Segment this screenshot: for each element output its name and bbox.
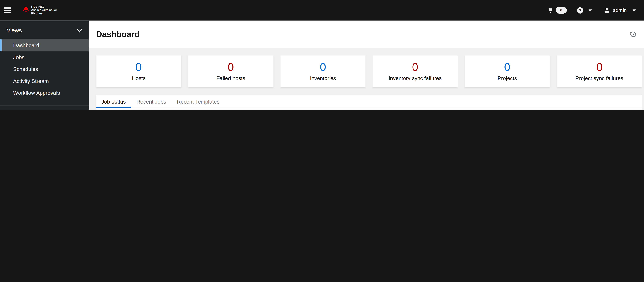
stat-label: Project sync failures	[576, 75, 623, 81]
page-header: Dashboard	[89, 20, 644, 48]
stat-cards-row: 0 Hosts 0 Failed hosts 0 Inventories 0 I…	[96, 55, 642, 87]
stat-label: Failed hosts	[216, 75, 245, 81]
bell-icon	[548, 7, 553, 13]
history-icon	[630, 31, 637, 38]
main-content: Dashboard 0 Hosts 0 Failed hosts	[89, 20, 644, 110]
stat-card-inventory-sync-failures[interactable]: 0 Inventory sync failures	[372, 55, 458, 87]
stat-value[interactable]: 0	[228, 61, 234, 73]
nav-toggle-button[interactable]	[4, 5, 14, 16]
stat-label: Projects	[498, 75, 517, 81]
stat-value[interactable]: 0	[596, 61, 602, 73]
stat-card-project-sync-failures[interactable]: 0 Project sync failures	[557, 55, 642, 87]
top-navbar: Red Hat Ansible Automation Platform 0 ?	[0, 0, 644, 20]
hamburger-icon	[4, 7, 11, 8]
stat-card-failed-hosts[interactable]: 0 Failed hosts	[188, 55, 273, 87]
brand-text: Red Hat Ansible Automation Platform	[31, 5, 58, 15]
caret-down-icon	[632, 9, 636, 11]
stat-label: Inventories	[310, 75, 336, 81]
ansible-automation-platform-app: Red Hat Ansible Automation Platform 0 ?	[0, 0, 644, 110]
product-name-line2: Platform	[31, 12, 58, 15]
notifications-button[interactable]: 0	[548, 7, 567, 13]
sidebar-section-views: Views Dashboard Jobs Schedules Activity …	[0, 20, 89, 106]
section-title: Views	[6, 27, 22, 34]
username-label: admin	[613, 7, 627, 13]
brand-logo[interactable]: Red Hat Ansible Automation Platform	[22, 5, 58, 15]
stat-label: Hosts	[132, 75, 146, 81]
tab-recent-templates[interactable]: Recent Templates	[172, 95, 225, 108]
help-menu-button[interactable]: ?	[577, 7, 592, 13]
sidebar-item-activity-stream[interactable]: Activity Stream	[0, 75, 89, 87]
notification-badge: 0	[556, 7, 567, 13]
brand-name: Red Hat	[31, 5, 58, 8]
stat-card-hosts[interactable]: 0 Hosts	[96, 55, 181, 87]
chevron-down-icon	[77, 27, 82, 32]
tab-recent-jobs[interactable]: Recent Jobs	[131, 95, 172, 108]
sidebar-section-resources: Resources Templates Credentials Projects…	[0, 106, 89, 110]
sidebar-item-schedules[interactable]: Schedules	[0, 63, 89, 75]
stat-card-inventories[interactable]: 0 Inventories	[280, 55, 366, 87]
history-button[interactable]	[630, 31, 637, 38]
caret-down-icon	[588, 9, 592, 11]
stat-value[interactable]: 0	[504, 61, 510, 73]
red-hat-fedora-icon	[22, 6, 29, 12]
sidebar-nav: Views Dashboard Jobs Schedules Activity …	[0, 20, 89, 110]
question-circle-icon: ?	[577, 7, 583, 13]
stat-value[interactable]: 0	[412, 61, 418, 73]
dashboard-content: 0 Hosts 0 Failed hosts 0 Inventories 0 I…	[89, 48, 644, 110]
sidebar-item-dashboard[interactable]: Dashboard	[0, 39, 89, 51]
user-menu-button[interactable]: admin	[604, 7, 636, 13]
sidebar-item-jobs[interactable]: Jobs	[0, 51, 89, 63]
user-icon	[604, 7, 610, 13]
panel-tabs: Job status Recent Jobs Recent Templates	[96, 95, 642, 108]
stat-label: Inventory sync failures	[388, 75, 442, 81]
stat-card-projects[interactable]: 0 Projects	[465, 55, 550, 87]
sidebar-item-workflow-approvals[interactable]: Workflow Approvals	[0, 87, 89, 99]
stat-value[interactable]: 0	[320, 61, 326, 73]
job-status-panel: Job status Recent Jobs Recent Templates …	[96, 95, 642, 110]
stat-value[interactable]: 0	[136, 61, 142, 73]
navbar-actions: 0 ? admin	[548, 7, 636, 13]
sidebar-section-views-header[interactable]: Views	[0, 26, 89, 34]
page-title: Dashboard	[96, 29, 140, 39]
tab-job-status[interactable]: Job status	[96, 95, 131, 108]
